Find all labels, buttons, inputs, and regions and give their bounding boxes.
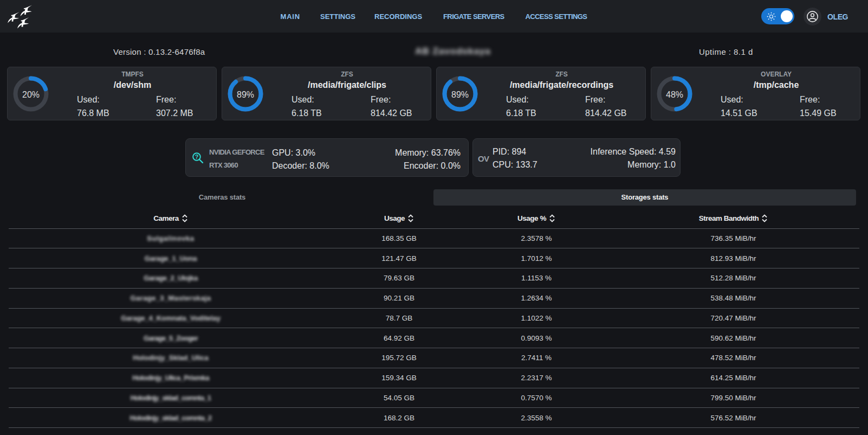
svg-text:20%: 20%: [22, 90, 40, 99]
svg-text:89%: 89%: [451, 90, 469, 99]
svg-text:?: ?: [195, 153, 199, 160]
svg-text:89%: 89%: [237, 90, 254, 99]
svg-text:48%: 48%: [666, 90, 683, 99]
